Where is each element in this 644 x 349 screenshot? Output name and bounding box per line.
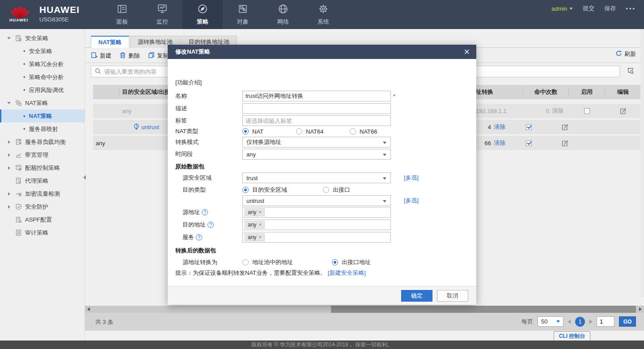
snat-label: 源地址转换为 [175,258,242,266]
time-range-select[interactable]: any [242,149,391,160]
mode-select[interactable]: 仅转换源地址 [242,137,391,147]
nat-type-nat66-radio[interactable]: NAT66 [350,128,377,135]
nat-type-nat-radio[interactable]: NAT [242,128,296,135]
sidebar-group-security-protection[interactable]: 安全防护 [0,200,85,213]
save-button[interactable]: 保存 [604,4,616,13]
sidebar-item-nat-policy[interactable]: NAT策略 [0,109,85,122]
edit-icon[interactable] [620,108,627,114]
dest-type-zone-radio[interactable]: 目的安全区域 [242,186,323,194]
current-page-badge[interactable]: 1 [575,317,585,327]
src-zone-select[interactable]: trust [242,172,391,183]
enable-checkbox[interactable] [526,140,532,146]
tree-expand-icon[interactable] [6,102,12,104]
tree-collapsed-icon[interactable] [6,205,12,209]
dest-zone-link[interactable]: untrust [133,123,159,131]
clear-hits-link[interactable]: 清除 [552,107,564,115]
sidebar-item-policy-redundancy[interactable]: 策略冗余分析 [0,58,85,71]
enable-checkbox[interactable] [584,108,590,114]
tree-collapsed-icon[interactable] [6,166,12,170]
nav-object[interactable]: 对象 [223,0,263,29]
scroll-right-arrow-icon[interactable] [639,307,642,311]
nav-system[interactable]: 系统 [303,0,343,29]
help-icon[interactable]: ? [196,234,202,240]
sidebar-item-app-risk-tuning[interactable]: 应用风险调优 [0,84,85,97]
goto-page-input[interactable] [597,316,614,327]
nav-policy[interactable]: 策略 [182,0,223,29]
dest-zone-multi-link[interactable]: [多选] [404,197,419,205]
new-button[interactable]: 新建 [91,52,111,60]
service-field[interactable]: any× [242,232,391,243]
nav-dashboard[interactable]: 面板 [102,0,142,29]
horizontal-scrollbar[interactable] [85,306,644,313]
tab-nat-policy[interactable]: NAT策略 [91,36,129,48]
src-address-field[interactable]: any× [242,207,391,218]
submit-button[interactable]: 提交 [583,4,594,13]
sidebar-group-encrypted-traffic[interactable]: 加密流量检测 [0,187,85,200]
sidebar-item-audit-policy[interactable]: 审计策略 [0,226,85,239]
encrypted-traffic-icon [15,190,22,197]
dest-zone-select[interactable]: untrust [242,195,391,206]
tree-collapsed-icon[interactable] [6,140,12,144]
sidebar-group-bandwidth[interactable]: 带宽管理 [0,148,85,161]
chip-remove-icon[interactable]: × [258,234,262,240]
ok-button[interactable]: 确定 [401,290,432,302]
clear-hits-link[interactable]: 清除 [494,123,505,131]
sidebar-collapse-handle[interactable] [83,175,86,180]
advanced-search-button[interactable] [624,66,636,77]
new-security-policy-link[interactable]: [新建安全策略] [328,269,366,276]
edit-icon[interactable] [562,124,568,130]
more-menu-button[interactable]: ••• [626,5,636,12]
go-button[interactable]: GO [619,316,636,327]
tree-collapsed-icon[interactable] [6,192,12,196]
tree-collapsed-icon[interactable] [6,153,12,157]
per-page-select[interactable]: 50 [538,316,564,327]
delete-button[interactable]: 删除 [119,52,140,60]
sidebar-item-policy-hit-analysis[interactable]: 策略命中分析 [0,71,85,84]
nat-type-nat64-radio[interactable]: NAT64 [296,128,350,135]
sidebar-group-nat-policy[interactable]: NAT策略 [0,97,85,109]
dest-type-interface-radio[interactable]: 出接口 [323,186,350,194]
sidebar-group-security-policy[interactable]: 安全策略 [0,32,85,45]
src-zone-multi-link[interactable]: [多选] [404,174,419,182]
help-icon[interactable]: ? [202,209,208,215]
refresh-button[interactable]: 刷新 [615,50,636,58]
dialog-header[interactable]: 修改NAT策略 ✕ [168,45,476,59]
scroll-left-arrow-icon[interactable] [87,307,90,311]
sidebar-group-slb[interactable]: 服务器负载均衡 [0,135,85,148]
description-input[interactable] [242,103,391,114]
name-label: 名称 [175,92,242,100]
help-icon[interactable]: ? [208,222,214,228]
enable-checkbox[interactable] [526,124,532,130]
snat-interface-radio[interactable]: 出接口地址 [332,258,371,266]
chip-remove-icon[interactable]: × [258,222,262,228]
col-hits[interactable]: 命中次数 [523,88,569,97]
sidebar-group-quota[interactable]: 配额控制策略 [0,161,85,174]
huawei-logo: HUAWEI [5,2,32,28]
scrollbar-thumb[interactable] [331,306,636,313]
prev-page-icon[interactable] [568,320,571,324]
tree-expand-icon[interactable] [6,37,12,39]
close-icon[interactable]: ✕ [464,48,470,56]
sidebar-item-aspf-config[interactable]: ASPF配置 [0,213,85,226]
col-enable[interactable]: 启用 [569,88,605,97]
vertical-scrollbar[interactable] [640,29,644,297]
name-input[interactable] [242,91,391,101]
admin-menu[interactable]: admin [551,5,573,12]
clear-hits-link[interactable]: 清除 [494,139,505,147]
sidebar-item-server-mapping[interactable]: 服务器映射 [0,122,85,135]
nav-monitor[interactable]: 监控 [142,0,182,29]
cancel-button[interactable]: 取消 [437,290,468,302]
sidebar-item-proxy-policy[interactable]: 代理策略 [0,174,85,187]
dst-address-field[interactable]: any× [242,219,391,230]
sidebar-item-security-policy[interactable]: 安全策略 [0,45,85,58]
nav-network[interactable]: 网络 [263,0,303,29]
chip-remove-icon[interactable]: × [258,209,262,215]
feature-intro-link[interactable]: [功能介绍] [175,79,202,87]
col-edit[interactable]: 编辑 [605,88,641,97]
edit-icon[interactable] [562,140,568,147]
tag-input[interactable] [242,115,391,126]
snat-pool-radio[interactable]: 地址池中的地址 [242,258,332,266]
copy-button[interactable]: 复制 [148,52,169,60]
next-page-icon[interactable] [589,320,592,324]
cli-console-button[interactable]: CLI 控制台 [554,331,590,341]
